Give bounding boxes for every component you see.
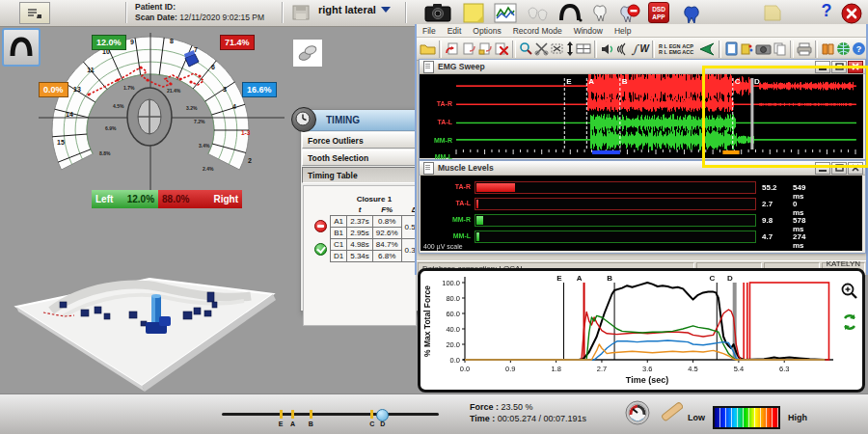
- emg-sweep-plot[interactable]: [420, 74, 863, 158]
- contacts-button[interactable]: [292, 39, 323, 68]
- scale-label: 400 µV scale: [423, 243, 463, 250]
- emg-sweep-restore-button[interactable]: [831, 61, 847, 73]
- close-icon: [841, 3, 862, 24]
- patient-info: Patient ID: Scan Date: 12/11/2020 9:02:1…: [135, 2, 264, 23]
- svg-text:Time (sec): Time (sec): [626, 375, 668, 385]
- acp-acc-mode-button[interactable]: ACPACC: [682, 40, 693, 58]
- timeline-handle[interactable]: [376, 409, 389, 421]
- muscle-levels-restore-button[interactable]: [831, 162, 847, 175]
- svg-text:7.2%: 7.2%: [194, 119, 205, 124]
- emg-sweep-titlebar[interactable]: EMG Sweep: [420, 60, 865, 74]
- palette-button[interactable]: [740, 40, 754, 58]
- magnifier-plus-icon: [841, 283, 858, 300]
- teeth-pair-button[interactable]: [526, 3, 551, 26]
- force-3d-view[interactable]: [5, 249, 285, 392]
- svg-text:20.0: 20.0: [446, 340, 460, 349]
- export-button[interactable]: [461, 40, 476, 58]
- force-vs-time-chart[interactable]: 0.020.040.060.080.0100.00.00.91.82.73.64…: [420, 271, 835, 388]
- help-icon: ?: [822, 1, 832, 20]
- emg-toolbar: ∫ W R LR L EGNEMG ACPACC ?: [417, 38, 866, 61]
- patient-list-button[interactable]: [19, 2, 50, 24]
- quadrant-lower-left-pct: 0.0%: [39, 82, 68, 97]
- manual-button[interactable]: [821, 40, 835, 58]
- copy-button[interactable]: [773, 40, 787, 58]
- save-record-button[interactable]: [477, 40, 493, 58]
- gauge-icon: [625, 400, 650, 425]
- quadrant-lower-right-pct: 16.6%: [242, 82, 277, 97]
- row-a1-id: A1: [331, 216, 347, 228]
- snapshot-button[interactable]: [424, 3, 451, 26]
- zoom-tool-button[interactable]: [519, 40, 533, 58]
- tscan-link-button[interactable]: [694, 40, 716, 58]
- patient-list-icon: [26, 7, 43, 20]
- save-button[interactable]: [289, 3, 312, 22]
- deselect-button[interactable]: [550, 40, 564, 58]
- audio-button[interactable]: [600, 40, 614, 58]
- layout-grid-button[interactable]: [576, 40, 591, 58]
- delete-record-button[interactable]: [494, 40, 509, 58]
- sweep-channel-ta-l: TA-L: [423, 119, 452, 125]
- view-selector-dropdown[interactable]: right lateral: [318, 4, 391, 15]
- capture-button[interactable]: [755, 40, 772, 58]
- print-button[interactable]: [797, 40, 812, 58]
- menu-options[interactable]: Options: [473, 26, 501, 36]
- col-t: t: [347, 204, 373, 216]
- timeline-label-E: E: [279, 420, 284, 427]
- amplitude-scale-button[interactable]: [565, 40, 575, 58]
- menu-file[interactable]: File: [422, 26, 436, 36]
- closure-header: Closure 1: [347, 194, 401, 204]
- timing-table-button[interactable]: Timing Table: [302, 167, 418, 183]
- menu-window[interactable]: Window: [574, 26, 603, 36]
- time-value: 00:05.274 / 00:07.191s: [498, 414, 586, 423]
- left-label: Left: [95, 194, 113, 204]
- arch-mode-button[interactable]: [2, 28, 41, 67]
- waveform-icon: [494, 3, 517, 23]
- emg-sweep-window: EMG Sweep TA-R TA-L MM-R MM-L: [419, 59, 866, 160]
- open-folder-button[interactable]: [420, 40, 436, 58]
- muscle-levels-plot: TA-R55.2549 msTA-L2.70 msMM-R9.8578 msMM…: [420, 176, 862, 251]
- egn-emg-mode-button[interactable]: EGNEMG: [669, 40, 682, 58]
- chart-refresh-button[interactable]: [841, 313, 858, 335]
- muscle-value: 9.8: [762, 216, 773, 225]
- articulating-paper-button[interactable]: [658, 401, 683, 430]
- tooth-selection-button[interactable]: Tooth Selection: [302, 149, 418, 166]
- timing-table: Closure 1 t F% Δ A1 2.37s 0.8% 0.58s B1 …: [312, 194, 427, 262]
- timeline-slider[interactable]: EABCD: [222, 413, 439, 416]
- menu-edit[interactable]: Edit: [448, 26, 462, 36]
- muscle-levels-minimize-button[interactable]: [815, 162, 830, 175]
- muscle-label: TA-R: [440, 183, 471, 190]
- cut-selection-button[interactable]: [534, 40, 549, 58]
- signal-button[interactable]: [615, 40, 630, 58]
- timing-panel-header[interactable]: TIMING: [301, 110, 419, 131]
- save-icon: [292, 5, 310, 20]
- muscle-levels-close-button[interactable]: [848, 162, 863, 175]
- svg-text:11: 11: [87, 67, 95, 73]
- emg-help-button[interactable]: ?: [852, 40, 866, 58]
- import-button[interactable]: [445, 40, 460, 58]
- muscle-levels-titlebar[interactable]: Muscle Levels: [420, 161, 865, 176]
- window-function-button[interactable]: W: [640, 40, 649, 58]
- gauge-button[interactable]: [625, 400, 650, 429]
- svg-text:7: 7: [194, 46, 198, 53]
- help-button[interactable]: ?: [818, 1, 835, 22]
- svg-text:1.8: 1.8: [551, 365, 560, 373]
- row-c1-f: 84.7%: [372, 239, 401, 251]
- web-button[interactable]: [836, 40, 851, 58]
- sweep-channel-ta-r: TA-R: [423, 100, 452, 107]
- time-label: Time :: [470, 414, 495, 423]
- muscle-value: 55.2: [762, 183, 777, 192]
- filter-button[interactable]: ∫: [631, 40, 639, 58]
- chart-zoom-button[interactable]: [841, 283, 858, 304]
- arch-mode-icon: [9, 36, 34, 59]
- timeline-tick-C: [370, 410, 373, 419]
- emg-sweep-close-button[interactable]: [848, 61, 863, 73]
- emg-sweep-minimize-button[interactable]: [815, 61, 830, 73]
- force-outliers-button[interactable]: Force Outliers: [302, 132, 418, 149]
- menu-record-mode[interactable]: Record Mode: [513, 26, 562, 36]
- channel-layout-button[interactable]: R LR L: [658, 40, 667, 58]
- menu-help[interactable]: Help: [614, 26, 631, 36]
- report-button[interactable]: [724, 40, 739, 58]
- svg-text:3.2%: 3.2%: [186, 105, 198, 111]
- dsd-app-button[interactable]: DSDAPP: [648, 2, 669, 23]
- occlusal-arch-view[interactable]: 981071161331441521-31.7%21.4%4.5%3.2%6.9…: [39, 31, 285, 216]
